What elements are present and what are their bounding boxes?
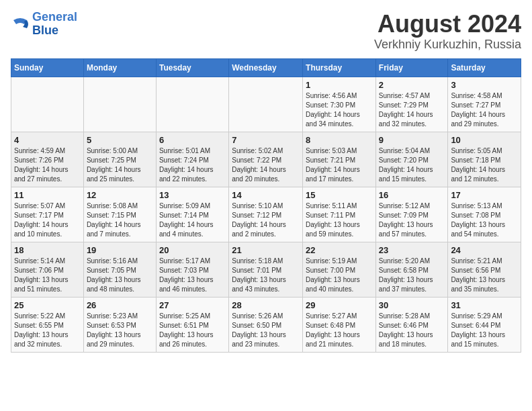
- calendar-cell: 19Sunrise: 5:16 AMSunset: 7:05 PMDayligh…: [83, 242, 156, 297]
- calendar-cell: 10Sunrise: 5:05 AMSunset: 7:18 PMDayligh…: [448, 132, 521, 187]
- day-number: 10: [451, 135, 518, 145]
- calendar-week-row: 18Sunrise: 5:14 AMSunset: 7:06 PMDayligh…: [11, 242, 521, 297]
- day-info: Sunrise: 5:28 AMSunset: 6:46 PMDaylight:…: [379, 312, 445, 349]
- calendar-week-row: 4Sunrise: 4:59 AMSunset: 7:26 PMDaylight…: [11, 132, 521, 187]
- calendar-cell: 29Sunrise: 5:27 AMSunset: 6:48 PMDayligh…: [303, 297, 376, 352]
- day-info: Sunrise: 5:02 AMSunset: 7:22 PMDaylight:…: [232, 146, 300, 184]
- day-number: 1: [306, 80, 373, 90]
- day-number: 24: [451, 245, 518, 255]
- calendar-cell: 26Sunrise: 5:23 AMSunset: 6:53 PMDayligh…: [83, 297, 156, 352]
- day-number: 26: [87, 300, 153, 310]
- calendar-week-row: 1Sunrise: 4:56 AMSunset: 7:30 PMDaylight…: [11, 77, 521, 132]
- logo: General Blue: [11, 11, 77, 38]
- day-info: Sunrise: 5:25 AMSunset: 6:51 PMDaylight:…: [159, 312, 226, 349]
- calendar-cell: 1Sunrise: 4:56 AMSunset: 7:30 PMDaylight…: [303, 77, 376, 132]
- day-info: Sunrise: 5:13 AMSunset: 7:08 PMDaylight:…: [451, 201, 518, 239]
- day-info: Sunrise: 5:14 AMSunset: 7:06 PMDaylight:…: [14, 257, 81, 294]
- calendar-cell: 2Sunrise: 4:57 AMSunset: 7:29 PMDaylight…: [375, 77, 448, 132]
- calendar-cell: [156, 77, 228, 132]
- day-info: Sunrise: 5:09 AMSunset: 7:14 PMDaylight:…: [159, 201, 226, 239]
- calendar-subtitle: Verkhniy Kurkuzhin, Russia: [374, 38, 521, 52]
- weekday-header-sunday: Sunday: [11, 58, 84, 77]
- calendar-cell: 8Sunrise: 5:03 AMSunset: 7:21 PMDaylight…: [303, 132, 376, 187]
- day-number: 31: [451, 300, 518, 310]
- day-number: 28: [232, 300, 300, 310]
- day-number: 23: [379, 245, 445, 255]
- calendar-cell: 9Sunrise: 5:04 AMSunset: 7:20 PMDaylight…: [375, 132, 448, 187]
- weekday-header-thursday: Thursday: [303, 58, 376, 77]
- calendar-cell: 20Sunrise: 5:17 AMSunset: 7:03 PMDayligh…: [156, 242, 228, 297]
- day-info: Sunrise: 5:07 AMSunset: 7:17 PMDaylight:…: [14, 201, 81, 239]
- day-info: Sunrise: 5:00 AMSunset: 7:25 PMDaylight:…: [87, 146, 153, 184]
- calendar-cell: 17Sunrise: 5:13 AMSunset: 7:08 PMDayligh…: [448, 187, 521, 242]
- day-info: Sunrise: 5:03 AMSunset: 7:21 PMDaylight:…: [306, 146, 373, 184]
- day-info: Sunrise: 5:27 AMSunset: 6:48 PMDaylight:…: [306, 312, 373, 349]
- day-number: 22: [306, 245, 373, 255]
- day-info: Sunrise: 5:17 AMSunset: 7:03 PMDaylight:…: [159, 257, 226, 294]
- day-number: 29: [306, 300, 373, 310]
- day-number: 15: [306, 190, 373, 200]
- calendar-cell: 6Sunrise: 5:01 AMSunset: 7:24 PMDaylight…: [156, 132, 228, 187]
- day-number: 8: [306, 135, 373, 145]
- calendar-title: August 2024: [374, 11, 521, 38]
- day-number: 5: [87, 135, 153, 145]
- day-number: 2: [379, 80, 445, 90]
- calendar-cell: 15Sunrise: 5:11 AMSunset: 7:11 PMDayligh…: [303, 187, 376, 242]
- day-number: 19: [87, 245, 153, 255]
- day-info: Sunrise: 5:19 AMSunset: 7:00 PMDaylight:…: [306, 257, 373, 294]
- calendar-cell: 13Sunrise: 5:09 AMSunset: 7:14 PMDayligh…: [156, 187, 228, 242]
- logo-text: General Blue: [32, 11, 77, 38]
- calendar-cell: 4Sunrise: 4:59 AMSunset: 7:26 PMDaylight…: [11, 132, 84, 187]
- day-info: Sunrise: 5:10 AMSunset: 7:12 PMDaylight:…: [232, 201, 300, 239]
- calendar-cell: 14Sunrise: 5:10 AMSunset: 7:12 PMDayligh…: [229, 187, 303, 242]
- weekday-header-friday: Friday: [375, 58, 448, 77]
- day-number: 11: [14, 190, 81, 200]
- day-number: 6: [159, 135, 226, 145]
- calendar-cell: 21Sunrise: 5:18 AMSunset: 7:01 PMDayligh…: [229, 242, 303, 297]
- calendar-cell: [11, 77, 84, 132]
- day-info: Sunrise: 5:01 AMSunset: 7:24 PMDaylight:…: [159, 146, 226, 184]
- day-info: Sunrise: 5:26 AMSunset: 6:50 PMDaylight:…: [232, 312, 300, 349]
- page-header: General Blue August 2024 Verkhniy Kurkuz…: [11, 11, 521, 52]
- day-number: 17: [451, 190, 518, 200]
- day-number: 7: [232, 135, 300, 145]
- day-info: Sunrise: 4:57 AMSunset: 7:29 PMDaylight:…: [379, 91, 445, 129]
- logo-icon: [11, 15, 30, 34]
- calendar-cell: 16Sunrise: 5:12 AMSunset: 7:09 PMDayligh…: [375, 187, 448, 242]
- calendar-cell: [229, 77, 303, 132]
- calendar-cell: 11Sunrise: 5:07 AMSunset: 7:17 PMDayligh…: [11, 187, 84, 242]
- day-info: Sunrise: 4:58 AMSunset: 7:27 PMDaylight:…: [451, 91, 518, 129]
- day-number: 14: [232, 190, 300, 200]
- day-number: 9: [379, 135, 445, 145]
- weekday-header-tuesday: Tuesday: [156, 58, 228, 77]
- day-number: 12: [87, 190, 153, 200]
- day-info: Sunrise: 5:16 AMSunset: 7:05 PMDaylight:…: [87, 257, 153, 294]
- weekday-header-saturday: Saturday: [448, 58, 521, 77]
- day-number: 27: [159, 300, 226, 310]
- day-info: Sunrise: 5:22 AMSunset: 6:55 PMDaylight:…: [14, 312, 81, 349]
- day-number: 13: [159, 190, 226, 200]
- day-number: 16: [379, 190, 445, 200]
- calendar-table: SundayMondayTuesdayWednesdayThursdayFrid…: [11, 58, 521, 353]
- calendar-cell: 7Sunrise: 5:02 AMSunset: 7:22 PMDaylight…: [229, 132, 303, 187]
- calendar-cell: 12Sunrise: 5:08 AMSunset: 7:15 PMDayligh…: [83, 187, 156, 242]
- calendar-week-row: 11Sunrise: 5:07 AMSunset: 7:17 PMDayligh…: [11, 187, 521, 242]
- day-info: Sunrise: 5:23 AMSunset: 6:53 PMDaylight:…: [87, 312, 153, 349]
- calendar-cell: 18Sunrise: 5:14 AMSunset: 7:06 PMDayligh…: [11, 242, 84, 297]
- day-number: 20: [159, 245, 226, 255]
- calendar-cell: 22Sunrise: 5:19 AMSunset: 7:00 PMDayligh…: [303, 242, 376, 297]
- calendar-cell: 28Sunrise: 5:26 AMSunset: 6:50 PMDayligh…: [229, 297, 303, 352]
- calendar-cell: 30Sunrise: 5:28 AMSunset: 6:46 PMDayligh…: [375, 297, 448, 352]
- day-number: 30: [379, 300, 445, 310]
- day-number: 25: [14, 300, 81, 310]
- calendar-week-row: 25Sunrise: 5:22 AMSunset: 6:55 PMDayligh…: [11, 297, 521, 352]
- day-info: Sunrise: 5:20 AMSunset: 6:58 PMDaylight:…: [379, 257, 445, 294]
- calendar-cell: 24Sunrise: 5:21 AMSunset: 6:56 PMDayligh…: [448, 242, 521, 297]
- day-info: Sunrise: 4:56 AMSunset: 7:30 PMDaylight:…: [306, 91, 373, 129]
- weekday-header-row: SundayMondayTuesdayWednesdayThursdayFrid…: [11, 58, 521, 77]
- day-number: 4: [14, 135, 81, 145]
- day-info: Sunrise: 4:59 AMSunset: 7:26 PMDaylight:…: [14, 146, 81, 184]
- weekday-header-monday: Monday: [83, 58, 156, 77]
- day-info: Sunrise: 5:18 AMSunset: 7:01 PMDaylight:…: [232, 257, 300, 294]
- calendar-cell: 23Sunrise: 5:20 AMSunset: 6:58 PMDayligh…: [375, 242, 448, 297]
